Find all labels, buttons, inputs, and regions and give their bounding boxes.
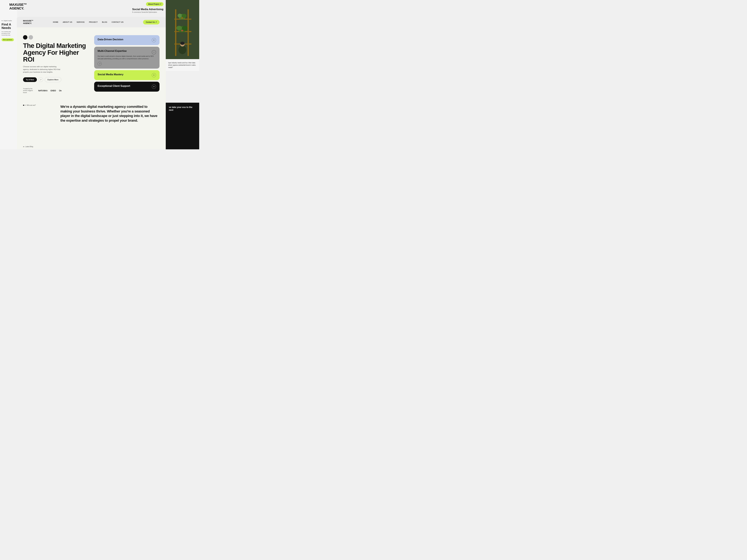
svg-rect-17 bbox=[181, 42, 184, 45]
who-tag-dot bbox=[23, 105, 26, 106]
right-testimonial: ique industry needs and ha o their data-… bbox=[166, 59, 199, 71]
nav-service[interactable]: SERVICE bbox=[77, 21, 85, 23]
accordion-item-2[interactable]: Social Media Mastery + bbox=[94, 70, 159, 80]
acc-title-1: Multi-Channel Expertise bbox=[98, 50, 127, 53]
hero-right: Data-Driven Decision + Multi-Channel Exp… bbox=[94, 35, 159, 91]
acc-title-3: Exceptional Client Support bbox=[98, 84, 130, 87]
nav-project[interactable]: PROJECT bbox=[89, 21, 98, 23]
hero-subtitle: Choose success with our digital marketin… bbox=[23, 65, 60, 74]
svg-rect-9 bbox=[181, 17, 183, 19]
acc-title-2: Social Media Mastery bbox=[98, 73, 123, 76]
navbar: MAXUSE™ AGENCY. HOME ABOUT US SERVICE PR… bbox=[17, 17, 166, 27]
acc-arrow-btn-1[interactable]: ↗ bbox=[98, 62, 102, 66]
who-right: We're a dynamic digital marketing agency… bbox=[60, 104, 159, 123]
brand-natuska: NATUSKA bbox=[38, 89, 48, 92]
left-sidebar: ●○ Digital marke Find A Needs As a leadi… bbox=[0, 17, 17, 44]
hero-left: The Digital Marketing Agency For Higher … bbox=[23, 35, 88, 94]
explore-more-button[interactable]: Explore More bbox=[45, 77, 61, 82]
sidebar-btn[interactable]: More questions bbox=[2, 38, 14, 41]
latest-blog: ●○ Latest Blog bbox=[23, 146, 33, 148]
acc-icon-0: + bbox=[152, 38, 156, 42]
sidebar-tag: ●○ Digital marke bbox=[2, 20, 15, 22]
nav-contact-button[interactable]: Contact Us ↗ bbox=[143, 20, 159, 24]
right-image-panel bbox=[166, 0, 199, 59]
nav-contact[interactable]: CONTACT US bbox=[111, 21, 123, 23]
dot-gray bbox=[29, 35, 33, 39]
svg-rect-13 bbox=[181, 30, 183, 31]
nav-about[interactable]: ABOUT US bbox=[63, 21, 72, 23]
brand-un: Ùn bbox=[59, 89, 61, 92]
hero-buttons: Try It Now ↗ Explore More bbox=[23, 77, 88, 82]
brand-exeo: EXEO bbox=[51, 89, 56, 92]
sidebar-subtitle: As a leading digi providing comp answeri… bbox=[2, 31, 15, 36]
acc-icon-2: + bbox=[152, 73, 156, 77]
nav-blog[interactable]: BLOG bbox=[102, 21, 107, 23]
sma-panel: Social Media Advertising E-commerce Soci… bbox=[132, 8, 163, 13]
svg-point-11 bbox=[176, 26, 182, 30]
accordion-item-1[interactable]: Multi-Channel Expertise − Our team is we… bbox=[94, 47, 159, 69]
who-left: Who are we? bbox=[23, 104, 54, 106]
plant-image bbox=[166, 0, 199, 59]
main-card: MAXUSE™ AGENCY. HOME ABOUT US SERVICE PR… bbox=[17, 17, 166, 149]
right-bottom-panel: ve take your ess to the next bbox=[166, 103, 199, 149]
acc-title-0: Data-Driven Decision bbox=[98, 38, 123, 41]
try-now-button[interactable]: Try It Now bbox=[23, 77, 37, 82]
who-tag: Who are we? bbox=[23, 104, 54, 106]
acc-gray-header: Multi-Channel Expertise − bbox=[98, 50, 156, 55]
svg-rect-1 bbox=[175, 9, 176, 56]
nav-links: HOME ABOUT US SERVICE PROJECT BLOG CONTA… bbox=[53, 21, 124, 23]
accordion-item-3[interactable]: Exceptional Client Support + bbox=[94, 82, 159, 91]
dot-black bbox=[23, 35, 27, 39]
accordion: Data-Driven Decision + Multi-Channel Exp… bbox=[94, 35, 159, 91]
nav-logo: MAXUSE™ AGENCY. bbox=[23, 20, 33, 24]
right-bottom-text: ve take your ess to the next bbox=[169, 106, 196, 111]
svg-point-7 bbox=[178, 14, 182, 18]
acc-icon-1: − bbox=[152, 50, 156, 54]
hero-title: The Digital Marketing Agency For Higher … bbox=[23, 42, 88, 63]
dot-outline bbox=[25, 105, 26, 106]
outer-logo: MAXUSE™ AGENCY. bbox=[9, 3, 27, 10]
sidebar-title: Find A Needs bbox=[2, 23, 15, 30]
hero-dots bbox=[23, 35, 88, 39]
hero-section: The Digital Marketing Agency For Higher … bbox=[17, 27, 166, 98]
accordion-item-0[interactable]: Data-Driven Decision + bbox=[94, 35, 159, 45]
dot-filled bbox=[23, 105, 24, 106]
acc-content-1: Our team is well-versed in diverse digit… bbox=[98, 55, 156, 60]
svg-point-14 bbox=[179, 46, 186, 54]
trusted-section: Trusted by the world's biggest brand NAT… bbox=[23, 88, 88, 94]
arrow-circle-button[interactable]: ↗ bbox=[38, 77, 43, 82]
acc-icon-3: + bbox=[152, 84, 156, 89]
brand-logos: NATUSKA EXEO Ùn bbox=[38, 89, 61, 92]
who-text: We're a dynamic digital marketing agency… bbox=[60, 104, 159, 123]
svg-rect-2 bbox=[187, 9, 189, 56]
sma-title: Social Media Advertising bbox=[132, 8, 163, 11]
nav-home[interactable]: HOME bbox=[53, 21, 58, 23]
trusted-label: Trusted by the world's biggest brand bbox=[23, 88, 34, 94]
sma-subtitle: E-commerce Social Ad Optimization bbox=[132, 11, 163, 13]
who-section: Who are we? We're a dynamic digital mark… bbox=[17, 98, 166, 126]
